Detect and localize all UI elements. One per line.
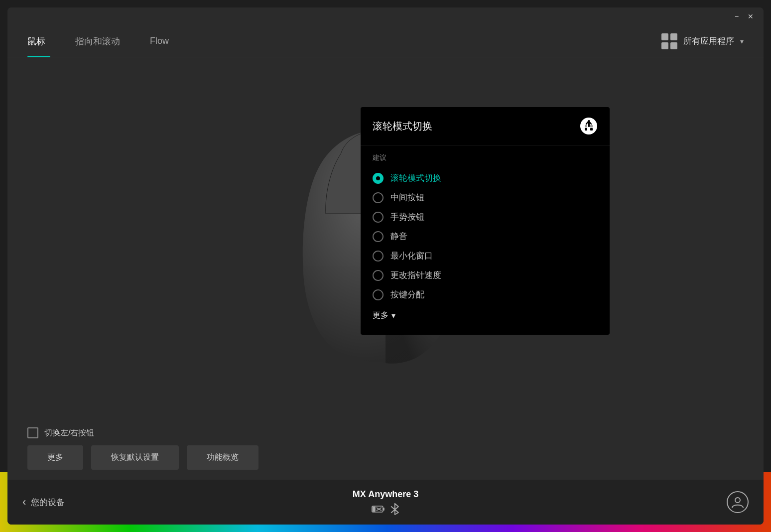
battery-icon xyxy=(372,505,386,513)
footer-right xyxy=(727,491,749,513)
radio-key-assign xyxy=(373,289,384,300)
apps-chevron-icon[interactable]: ▾ xyxy=(740,37,744,45)
device-name: MX Anywhere 3 xyxy=(353,489,418,500)
dropdown-mode-icon xyxy=(580,117,598,135)
swap-buttons-label: 切换左/右按钮 xyxy=(44,428,94,438)
option-middle-btn[interactable]: 中间按钮 xyxy=(373,188,598,207)
tab-flow[interactable]: Flow xyxy=(135,25,184,57)
radio-middle-btn xyxy=(373,192,384,203)
radio-gesture-btn xyxy=(373,212,384,223)
reset-button[interactable]: 恢复默认设置 xyxy=(91,445,179,470)
close-button[interactable]: ✕ xyxy=(744,9,758,23)
device-info: MX Anywhere 3 xyxy=(353,489,418,516)
apps-grid-icon[interactable] xyxy=(661,33,677,49)
radio-minimize xyxy=(373,251,384,262)
option-gesture-btn[interactable]: 手势按钮 xyxy=(373,207,598,227)
overview-button[interactable]: 功能概览 xyxy=(187,445,258,470)
section-label: 建议 xyxy=(373,153,598,162)
svg-rect-12 xyxy=(585,128,587,131)
option-label-middle-btn: 中间按钮 xyxy=(390,192,424,203)
tabbar: 鼠标 指向和滚动 Flow 所有应用程序 ▾ xyxy=(7,25,764,57)
dropdown-title: 滚轮模式切换 xyxy=(373,120,432,133)
footer: ‹ 您的设备 MX Anywhere 3 xyxy=(7,480,764,525)
button-row: 更多 恢复默认设置 功能概览 xyxy=(27,445,744,470)
option-label-minimize: 最小化窗口 xyxy=(390,250,433,262)
option-change-speed[interactable]: 更改指针速度 xyxy=(373,266,598,285)
svg-rect-13 xyxy=(590,128,593,131)
option-minimize[interactable]: 最小化窗口 xyxy=(373,246,598,266)
more-options-button[interactable]: 更多 ▾ xyxy=(373,304,598,327)
tabbar-right: 所有应用程序 ▾ xyxy=(661,33,744,49)
tab-mouse[interactable]: 鼠标 xyxy=(27,25,60,57)
titlebar: − ✕ xyxy=(7,7,764,25)
option-label-change-speed: 更改指针速度 xyxy=(390,269,441,281)
minimize-button[interactable]: − xyxy=(730,9,744,23)
svg-rect-17 xyxy=(383,508,385,511)
dropdown-body: 建议 滚轮模式切换 中间按钮 xyxy=(361,145,610,335)
swap-buttons-checkbox[interactable] xyxy=(27,427,38,438)
radio-change-speed xyxy=(373,270,384,281)
device-status-icons xyxy=(353,503,418,516)
svg-rect-18 xyxy=(373,507,376,512)
radio-mute xyxy=(373,231,384,242)
more-button[interactable]: 更多 xyxy=(27,445,83,470)
dropdown-header: 滚轮模式切换 xyxy=(361,107,610,145)
main-window: − ✕ 鼠标 指向和滚动 Flow 所有应用程序 ▾ xyxy=(7,7,764,525)
option-mute[interactable]: 静音 xyxy=(373,227,598,246)
back-navigation[interactable]: ‹ 您的设备 xyxy=(22,496,65,509)
option-label-mute: 静音 xyxy=(390,231,407,242)
tab-pointer[interactable]: 指向和滚动 xyxy=(60,25,135,57)
option-label-scroll-mode: 滚轮模式切换 xyxy=(390,172,441,184)
option-label-key-assign: 按键分配 xyxy=(390,289,424,300)
svg-rect-15 xyxy=(590,125,593,128)
profile-button[interactable] xyxy=(727,491,749,513)
checkbox-row: 切换左/右按钮 xyxy=(27,427,744,438)
back-chevron-icon: ‹ xyxy=(22,496,26,509)
profile-icon xyxy=(731,496,744,509)
more-chevron-icon: ▾ xyxy=(391,311,395,320)
option-label-gesture-btn: 手势按钮 xyxy=(390,211,424,223)
main-content: logi 滚轮模式切换 xyxy=(7,57,764,480)
bottom-controls: 切换左/右按钮 更多 恢复默认设置 功能概览 xyxy=(7,419,764,480)
mouse-area: logi 滚轮模式切换 xyxy=(7,57,764,419)
option-key-assign[interactable]: 按键分配 xyxy=(373,285,598,304)
svg-point-22 xyxy=(735,498,740,503)
dropdown-popup: 滚轮模式切换 建议 xyxy=(361,107,610,335)
back-label: 您的设备 xyxy=(31,497,65,508)
svg-rect-14 xyxy=(585,125,587,128)
option-scroll-mode[interactable]: 滚轮模式切换 xyxy=(373,168,598,188)
apps-label[interactable]: 所有应用程序 xyxy=(683,35,734,47)
bluetooth-icon xyxy=(390,503,399,516)
radio-scroll-mode xyxy=(373,173,384,184)
